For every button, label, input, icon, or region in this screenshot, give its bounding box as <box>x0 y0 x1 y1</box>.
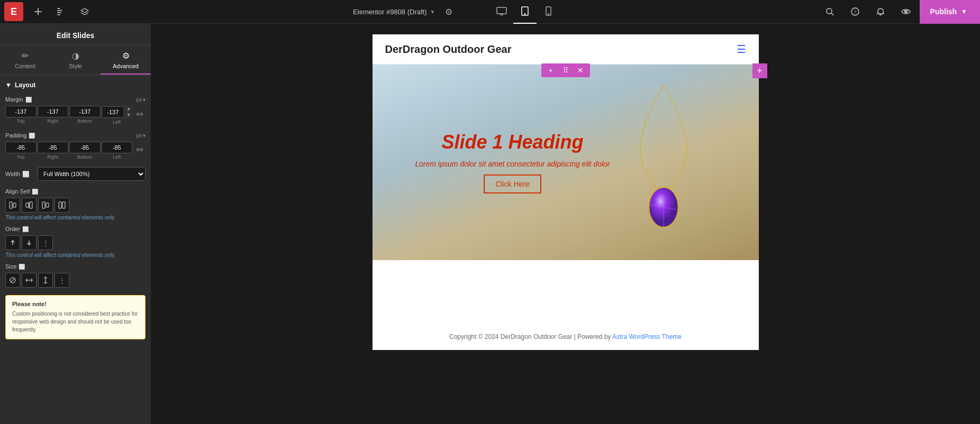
padding-left-input[interactable] <box>102 142 133 153</box>
size-none-button[interactable] <box>5 273 20 288</box>
align-start-button[interactable] <box>5 198 20 213</box>
margin-top-field: Top <box>5 106 37 125</box>
padding-bottom-field: Bottom <box>69 142 101 160</box>
width-responsive-icon: ⬜ <box>22 171 30 178</box>
publish-button[interactable]: Publish ▼ <box>920 0 980 24</box>
svg-rect-2 <box>57 12 61 13</box>
align-self-hint: This control will affect contained eleme… <box>5 215 146 220</box>
padding-link-button[interactable] <box>134 146 146 155</box>
width-control: Width ⬜ Full Width (100%) <box>5 167 146 181</box>
order-label-row: Order ⬜ <box>5 226 146 232</box>
order-down-button[interactable] <box>22 235 37 250</box>
layout-label: Layout <box>15 81 35 89</box>
padding-right-field: Right <box>38 142 69 160</box>
mobile-view-button[interactable] <box>537 0 560 24</box>
padding-inputs: Top Right Bottom Left <box>5 142 146 160</box>
padding-right-input[interactable] <box>38 142 69 153</box>
margin-spin-down[interactable]: ▼ <box>125 112 132 118</box>
navigator-button[interactable] <box>51 0 72 24</box>
help-button[interactable]: ? <box>843 0 867 24</box>
svg-rect-15 <box>13 203 16 207</box>
align-end-button[interactable] <box>38 198 53 213</box>
padding-responsive-icon: ⬜ <box>29 133 35 139</box>
content-tab-icon: ✏ <box>22 51 29 61</box>
margin-left-input[interactable] <box>102 106 125 118</box>
tablet-view-button[interactable] <box>513 0 537 24</box>
order-buttons: ⋮ <box>5 235 146 250</box>
canvas-area[interactable]: DerDragon Outdoor Gear ☰ + ⠿ ✕ + <box>151 24 980 424</box>
desktop-view-button[interactable] <box>490 0 513 24</box>
padding-unit[interactable]: px ▾ <box>136 133 146 139</box>
element-close-button[interactable]: ✕ <box>573 63 588 77</box>
size-responsive-icon: ⬜ <box>19 264 25 270</box>
tab-advanced[interactable]: ⚙ Advanced <box>101 45 151 75</box>
layers-button[interactable] <box>74 0 95 24</box>
svg-rect-16 <box>26 203 29 207</box>
svg-rect-17 <box>30 202 32 208</box>
content-tab-label: Content <box>15 63 35 69</box>
below-slide-spacer <box>373 260 759 324</box>
size-vertical-button[interactable] <box>38 273 53 288</box>
add-element-button[interactable] <box>28 0 49 24</box>
padding-top-field: Top <box>5 142 37 160</box>
align-self-label: Align Self ⬜ <box>5 188 38 195</box>
svg-rect-1 <box>57 10 62 11</box>
layout-arrow: ▼ <box>5 81 12 89</box>
align-stretch-button[interactable] <box>55 198 69 213</box>
slide-subtext: Lorem ipsum dolor sit amet consectetur a… <box>415 160 610 168</box>
padding-top-label: Top <box>17 154 25 160</box>
margin-right-field: Right <box>38 106 69 125</box>
size-more-button[interactable]: ⋮ <box>55 273 69 288</box>
order-responsive-icon: ⬜ <box>22 226 29 232</box>
margin-unit[interactable]: px ▾ <box>136 97 146 103</box>
footer-text: Copyright © 2024 DerDragon Outdoor Gear … <box>449 333 612 340</box>
padding-left-label: Left <box>113 154 121 160</box>
tab-content[interactable]: ✏ Content <box>0 45 50 75</box>
site-title: DerDragon Outdoor Gear <box>385 43 512 56</box>
draft-label[interactable]: Elementor #9808 (Draft) ▼ <box>353 8 435 16</box>
layout-section-title[interactable]: ▼ Layout <box>5 81 146 89</box>
order-control: Order ⬜ ⋮ This control will affect conta… <box>5 226 146 258</box>
slide-cta-button[interactable]: Click Here <box>484 174 541 193</box>
padding-top-input[interactable] <box>5 142 37 153</box>
slide-content-overlay: Slide 1 Heading Lorem ipsum dolor sit am… <box>373 64 653 260</box>
advanced-tab-label: Advanced <box>113 63 139 69</box>
element-drag-button[interactable]: ⠿ <box>558 63 573 77</box>
padding-bottom-input[interactable] <box>69 142 101 153</box>
margin-link-button[interactable] <box>134 111 146 119</box>
top-bar-center: Elementor #9808 (Draft) ▼ ⚙ <box>353 0 560 24</box>
size-horizontal-button[interactable] <box>22 273 37 288</box>
margin-top-input[interactable] <box>5 106 37 117</box>
margin-right-label: Right <box>47 118 58 124</box>
footer-link[interactable]: Astra WordPress Theme <box>612 333 682 340</box>
order-up-button[interactable] <box>5 235 20 250</box>
settings-button[interactable]: ⚙ <box>439 2 458 21</box>
note-box: Please note! Custom positioning is not c… <box>5 295 146 339</box>
size-buttons: ⋮ <box>5 273 146 288</box>
margin-right-input[interactable] <box>38 106 69 117</box>
margin-spin-up[interactable]: ▲ <box>125 106 132 112</box>
svg-rect-4 <box>497 7 506 14</box>
section-add-button[interactable]: + <box>752 63 767 78</box>
align-center-button[interactable] <box>22 198 37 213</box>
svg-point-8 <box>548 14 549 14</box>
notifications-button[interactable] <box>869 0 892 24</box>
menu-icon[interactable]: ☰ <box>737 43 746 56</box>
margin-label: Margin ⬜ <box>5 96 32 103</box>
svg-point-13 <box>904 11 907 13</box>
svg-rect-19 <box>42 202 45 208</box>
order-more-button[interactable]: ⋮ <box>38 235 53 250</box>
size-control: Size ⬜ ⋮ <box>5 263 146 288</box>
width-label: Width ⬜ <box>5 171 34 178</box>
draft-chevron: ▼ <box>430 9 435 15</box>
size-label-row: Size ⬜ <box>5 263 146 270</box>
width-select[interactable]: Full Width (100%) <box>38 167 146 181</box>
element-add-button[interactable]: + <box>543 63 558 77</box>
device-switcher <box>490 0 560 24</box>
margin-bottom-input[interactable] <box>69 106 101 117</box>
top-bar: E Elementor #9808 (Draft) ▼ ⚙ <box>0 0 980 24</box>
preview-button[interactable] <box>894 0 918 24</box>
order-label: Order ⬜ <box>5 226 29 232</box>
search-button[interactable] <box>818 0 841 24</box>
tab-style[interactable]: ◑ Style <box>50 45 101 75</box>
